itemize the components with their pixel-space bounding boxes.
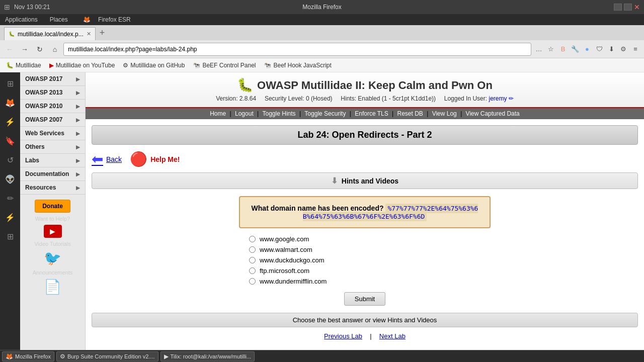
- sidebar-item-others[interactable]: Others ▶: [20, 140, 85, 154]
- site-title: 🐛 OWASP Mutillidae II: Keep Calm and Pwn…: [91, 77, 639, 93]
- edit-icon[interactable]: ✏: [509, 95, 514, 102]
- arrow-icon: ▶: [76, 117, 80, 123]
- bookmark-youtube-icon: ▶: [49, 62, 54, 69]
- question-text: What domain name has been encoded?: [252, 204, 384, 212]
- logged-in-user[interactable]: jeremy: [489, 95, 507, 102]
- taskbar-tilix[interactable]: ▶ Tilix: root@kali:/var/www/mutilli...: [160, 351, 255, 361]
- lab-nav-row: ⬅ Back 🔴 Help Me!: [92, 151, 638, 167]
- donate-section: Donate Want to Help? ▶ Video Tutorials 🐦…: [20, 195, 85, 300]
- choose-bar: Choose the best answer or view Hints and…: [92, 313, 638, 327]
- sidebar-item-webservices[interactable]: Web Services ▶: [20, 127, 85, 140]
- back-arrow-icon: ⬅: [92, 151, 103, 167]
- radio-walmart[interactable]: [249, 246, 256, 253]
- site-nav: Home | Logout | Toggle Hints | Toggle Se…: [86, 108, 644, 119]
- option-duckduckgo[interactable]: www.duckduckgo.com: [249, 256, 491, 264]
- active-tab[interactable]: 🐛 mutillidae.local/index.p... ✕: [4, 27, 96, 40]
- option-dundermifflin[interactable]: www.dundermifflin.com: [249, 278, 491, 285]
- radio-microsoft[interactable]: [249, 267, 256, 274]
- sidebar-item-documentation[interactable]: Documentation ▶: [20, 167, 85, 181]
- nav-logout[interactable]: Logout: [235, 110, 254, 117]
- nav-enforce-tls[interactable]: Enforce TLS: [355, 110, 388, 117]
- hints-arrow-icon: ⬇: [331, 176, 338, 186]
- lab-title-bar: Lab 24: Open Redirects - Part 2: [92, 125, 638, 145]
- settings-icon[interactable]: ⚙: [618, 44, 629, 55]
- bookmark-mutillidae-icon: 🐛: [6, 62, 14, 69]
- radio-dundermifflin[interactable]: [249, 278, 256, 285]
- sidebar-bookmark-icon[interactable]: 🔖: [2, 133, 18, 149]
- taskbar-burp-icon: ⚙: [60, 353, 65, 360]
- browser-content: ⊞ 🦊 ⚡ 🔖 ↺ 👽 ✏ ⚡ ⊞ OWASP 2017 ▶ OWASP 201…: [0, 72, 644, 350]
- help-me-btn[interactable]: 🔴 Help Me!: [130, 151, 180, 167]
- bookmark-mutillidae[interactable]: 🐛 Mutillidae: [4, 61, 43, 70]
- submit-button[interactable]: Submit: [344, 292, 385, 306]
- more-btn[interactable]: …: [533, 44, 544, 55]
- sidebar-lightning-icon[interactable]: ⚡: [2, 114, 18, 130]
- maximize-btn[interactable]: [624, 4, 632, 11]
- sidebar-item-owasp2013[interactable]: OWASP 2013 ▶: [20, 86, 85, 100]
- radio-google[interactable]: [249, 236, 256, 242]
- nav-home[interactable]: Home: [210, 110, 226, 117]
- nav-view-log[interactable]: View Log: [432, 110, 457, 117]
- titlebar: ⊞ Nov 13 00:21 Mozilla Firefox ✕: [0, 0, 644, 14]
- arrow-icon: ▶: [76, 144, 80, 150]
- lab-area: Lab 24: Open Redirects - Part 2 ⬅ Back 🔴…: [86, 119, 644, 346]
- nav-toggle-security[interactable]: Toggle Security: [304, 110, 346, 117]
- extension-icon[interactable]: ●: [582, 44, 593, 55]
- sidebar-item-resources[interactable]: Resources ▶: [20, 181, 85, 195]
- sidebar-item-owasp2010[interactable]: OWASP 2010 ▶: [20, 100, 85, 113]
- back-link[interactable]: ⬅ Back: [92, 151, 122, 167]
- bookmark-youtube[interactable]: ▶ Mutillidae on YouTube: [47, 61, 117, 70]
- back-btn[interactable]: ←: [3, 43, 16, 56]
- bookmark-beef-icon: 🐄: [193, 62, 200, 69]
- burp-icon[interactable]: B: [557, 44, 569, 55]
- sidebar-item-owasp2007[interactable]: OWASP 2007 ▶: [20, 113, 85, 127]
- forward-btn[interactable]: →: [18, 43, 31, 56]
- download-icon[interactable]: ⬇: [606, 44, 617, 55]
- nav-view-captured-data[interactable]: View Captured Data: [466, 110, 520, 117]
- close-btn[interactable]: ✕: [634, 3, 640, 11]
- menu-places[interactable]: Places: [47, 15, 71, 24]
- sidebar-apps-icon[interactable]: ⊞: [2, 228, 18, 244]
- sidebar-item-owasp2017[interactable]: OWASP 2017 ▶: [20, 72, 85, 86]
- shield-icon[interactable]: 🛡: [594, 44, 605, 55]
- sidebar-alien-icon[interactable]: 👽: [2, 171, 18, 187]
- tab-close-btn[interactable]: ✕: [87, 31, 91, 37]
- taskbar-firefox[interactable]: 🦊 Mozilla Firefox: [2, 351, 54, 361]
- new-tab-btn[interactable]: +: [96, 28, 109, 38]
- sidebar-firefox-icon[interactable]: 🦊: [2, 95, 18, 111]
- bookmark-hook[interactable]: 🐄 Beef Hook JavaScript: [262, 61, 333, 70]
- home-btn[interactable]: ⌂: [48, 43, 61, 56]
- option-microsoft[interactable]: ftp.microsoft.com: [249, 267, 491, 275]
- taskbar-burp[interactable]: ⚙ Burp Suite Community Edition v2....: [56, 351, 158, 361]
- sidebar-bolt2-icon[interactable]: ⚡: [2, 209, 18, 225]
- bookmark-beef[interactable]: 🐄 BeEF Control Panel: [191, 61, 258, 70]
- option-google[interactable]: www.google.com: [249, 235, 491, 243]
- main-content: 🐛 OWASP Mutillidae II: Keep Calm and Pwn…: [86, 72, 644, 350]
- menu-applications[interactable]: Applications: [2, 15, 41, 24]
- nav-toggle-hints[interactable]: Toggle Hints: [263, 110, 296, 117]
- next-lab-link[interactable]: Next Lab: [379, 332, 406, 340]
- bookmark-star-icon[interactable]: ☆: [545, 44, 556, 55]
- url-input[interactable]: [63, 43, 531, 56]
- option-walmart[interactable]: www.walmart.com: [249, 246, 491, 253]
- twitter-icon[interactable]: 🐦: [44, 250, 61, 266]
- arrow-icon: ▶: [76, 76, 80, 82]
- radio-duckduckgo[interactable]: [249, 257, 256, 263]
- youtube-btn[interactable]: ▶: [44, 225, 62, 238]
- bookmark-github[interactable]: ⚙ Mutillidae on GitHub: [121, 61, 187, 70]
- tools-icon[interactable]: 🔧: [570, 44, 581, 55]
- menu-icon[interactable]: ≡: [630, 44, 641, 55]
- nav-reset-db[interactable]: Reset DB: [397, 110, 423, 117]
- sidebar-item-labs[interactable]: Labs ▶: [20, 154, 85, 167]
- titlebar-left: ⊞ Nov 13 00:21: [4, 3, 50, 11]
- acrobat-icon[interactable]: 📄: [44, 279, 61, 295]
- menu-firefox[interactable]: 🦊 Firefox ESR: [77, 15, 137, 24]
- hints-bar[interactable]: ⬇ Hints and Videos: [92, 172, 638, 189]
- sidebar-history-icon[interactable]: ↺: [2, 152, 18, 168]
- donate-button[interactable]: Donate: [35, 200, 70, 213]
- prev-lab-link[interactable]: Previous Lab: [324, 332, 362, 340]
- minimize-btn[interactable]: [614, 4, 622, 11]
- answer-options: www.google.com www.walmart.com www.duckd…: [239, 235, 491, 285]
- reload-btn[interactable]: ↻: [33, 43, 46, 56]
- sidebar-pen-icon[interactable]: ✏: [2, 190, 18, 206]
